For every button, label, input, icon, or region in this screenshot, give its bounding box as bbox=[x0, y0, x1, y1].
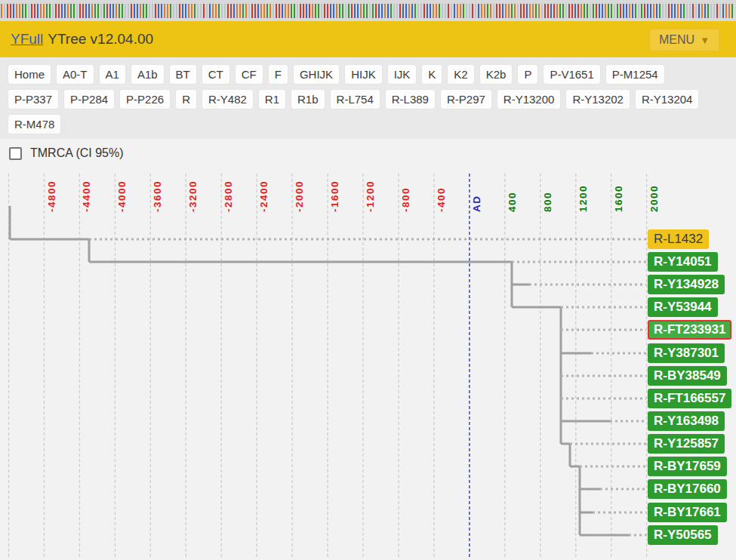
tab-r-l389[interactable]: R-L389 bbox=[385, 89, 436, 109]
axis-tick-label: -3600 bbox=[152, 180, 163, 212]
yfull-logo-link[interactable]: YFull bbox=[11, 31, 43, 48]
tab-r-y13202[interactable]: R-Y13202 bbox=[565, 89, 630, 109]
tree-node-r-y53944[interactable]: R-Y53944 bbox=[648, 297, 718, 317]
tab-ijk[interactable]: IJK bbox=[387, 64, 417, 85]
tab-a1[interactable]: A1 bbox=[99, 64, 126, 85]
tree-svg: -4800-4400-4000-3600-3200-2800-2400-2000… bbox=[0, 166, 736, 560]
tab-home[interactable]: Home bbox=[8, 64, 51, 85]
stripe-bar bbox=[692, 4, 694, 18]
stripe-bar bbox=[478, 4, 479, 18]
tree-node-r-ft166557[interactable]: R-FT166557 bbox=[648, 389, 731, 408]
stripe-bar bbox=[285, 4, 286, 18]
haplogroup-nav: HomeA0-TA1A1bBTCTCFFGHIJKHIJKIJKKK2K2bPP… bbox=[0, 57, 708, 139]
tab-bt[interactable]: BT bbox=[169, 64, 197, 85]
tab-hijk[interactable]: HIJK bbox=[344, 64, 383, 85]
tab-r-p297[interactable]: R-P297 bbox=[440, 89, 492, 109]
tab-r1b[interactable]: R1b bbox=[291, 89, 325, 109]
tree-node-r-ft233931[interactable]: R-FT233931 bbox=[648, 320, 731, 340]
tab-p-m1254[interactable]: P-M1254 bbox=[605, 64, 665, 85]
tree-node-r-by17659[interactable]: R-BY17659 bbox=[648, 457, 727, 476]
axis-tick-label: -4000 bbox=[116, 180, 128, 212]
tree-node-r-by38549[interactable]: R-BY38549 bbox=[648, 366, 727, 386]
app-header: YFull YTree v12.04.00 MENU ▼ bbox=[0, 21, 736, 57]
stripe-bar bbox=[279, 4, 280, 18]
tab-k2[interactable]: K2 bbox=[447, 64, 474, 85]
tab-cf[interactable]: CF bbox=[235, 64, 263, 85]
menu-button[interactable]: MENU ▼ bbox=[649, 29, 719, 51]
stripe-bar bbox=[451, 4, 452, 18]
stripe-bar bbox=[188, 4, 189, 18]
stripe-bar bbox=[254, 4, 256, 18]
stripe-bar bbox=[248, 4, 250, 18]
tab-r[interactable]: R bbox=[175, 89, 197, 109]
stripe-bar bbox=[439, 4, 440, 18]
tree-node-r-y163498[interactable]: R-Y163498 bbox=[648, 411, 725, 431]
tab-p-v1651[interactable]: P-V1651 bbox=[543, 64, 600, 85]
tab-r-y482[interactable]: R-Y482 bbox=[202, 89, 254, 109]
stripe-bar bbox=[587, 4, 588, 18]
tab-p[interactable]: P bbox=[517, 64, 538, 85]
stripe-bar bbox=[623, 4, 624, 18]
stripe-bar bbox=[221, 4, 223, 18]
stripe-bar bbox=[514, 4, 516, 18]
stripe-bar bbox=[562, 4, 564, 18]
stripe-bar bbox=[70, 4, 72, 18]
stripe-bar bbox=[348, 4, 350, 18]
stripe-bar bbox=[40, 4, 42, 18]
stripe-bar bbox=[499, 4, 500, 18]
tree-node-r-by17661[interactable]: R-BY17661 bbox=[648, 503, 727, 522]
tree-node-r-y14051[interactable]: R-Y14051 bbox=[648, 252, 718, 272]
stripe-bar bbox=[538, 4, 540, 18]
tab-r-m478[interactable]: R-M478 bbox=[8, 114, 61, 134]
tab-p-p284[interactable]: P-P284 bbox=[63, 89, 115, 109]
stripe-bar bbox=[614, 4, 615, 18]
tab-p-p226[interactable]: P-P226 bbox=[119, 89, 171, 109]
tab-r-l754[interactable]: R-L754 bbox=[330, 89, 380, 109]
tab-k2b[interactable]: K2b bbox=[479, 64, 513, 85]
stripe-bar bbox=[149, 4, 150, 18]
stripe-bar bbox=[100, 4, 102, 18]
tree-node-r-by17660[interactable]: R-BY17660 bbox=[648, 479, 727, 499]
tab-ghijk[interactable]: GHIJK bbox=[293, 64, 340, 85]
stripe-bar bbox=[88, 4, 90, 18]
stripe-bar bbox=[179, 4, 180, 18]
stripe-bar bbox=[161, 4, 162, 18]
tmrca-checkbox[interactable] bbox=[9, 147, 22, 160]
tab-a1b[interactable]: A1b bbox=[131, 64, 165, 85]
stripe-bar bbox=[526, 4, 528, 18]
stripe-bar bbox=[203, 4, 205, 18]
tab-ct[interactable]: CT bbox=[202, 64, 230, 85]
stripe-bar bbox=[306, 4, 307, 18]
tree-node-r-y387301[interactable]: R-Y387301 bbox=[648, 343, 725, 363]
tab-f[interactable]: F bbox=[268, 64, 288, 85]
axis-tick-label: -1600 bbox=[329, 180, 340, 212]
stripe-bar bbox=[511, 4, 513, 18]
stripe-bar bbox=[58, 4, 60, 18]
axis-tick-label: 800 bbox=[542, 192, 553, 212]
stripe-bar bbox=[43, 4, 45, 18]
tree-node-r-y134928[interactable]: R-Y134928 bbox=[648, 275, 725, 294]
stripe-bar bbox=[584, 4, 585, 18]
tab-r-y13204[interactable]: R-Y13204 bbox=[635, 89, 700, 109]
stripe-bar bbox=[547, 4, 549, 18]
tree-node-r-l1432[interactable]: R-L1432 bbox=[648, 229, 709, 249]
stripe-bar bbox=[674, 4, 676, 18]
tab-k[interactable]: K bbox=[421, 64, 442, 85]
stripe-bar bbox=[668, 4, 670, 18]
stripe-bar bbox=[206, 4, 208, 18]
stripe-bar bbox=[381, 4, 383, 18]
tab-a0-t[interactable]: A0-T bbox=[56, 64, 94, 85]
tree-node-r-y50565[interactable]: R-Y50565 bbox=[648, 525, 718, 545]
stripe-bar bbox=[632, 4, 633, 18]
stripe-bar bbox=[448, 4, 449, 18]
tab-r1[interactable]: R1 bbox=[258, 89, 286, 109]
stripe-bar bbox=[34, 4, 35, 18]
stripe-bar bbox=[487, 4, 488, 18]
tree-node-r-y125857[interactable]: R-Y125857 bbox=[648, 434, 725, 454]
stripe-bar bbox=[4, 4, 5, 18]
tab-p-p337[interactable]: P-P337 bbox=[8, 89, 59, 109]
stripe-bar bbox=[318, 4, 319, 18]
stripe-bar bbox=[239, 4, 241, 18]
tab-r-y13200[interactable]: R-Y13200 bbox=[497, 89, 562, 109]
stripe-bar bbox=[73, 4, 75, 18]
